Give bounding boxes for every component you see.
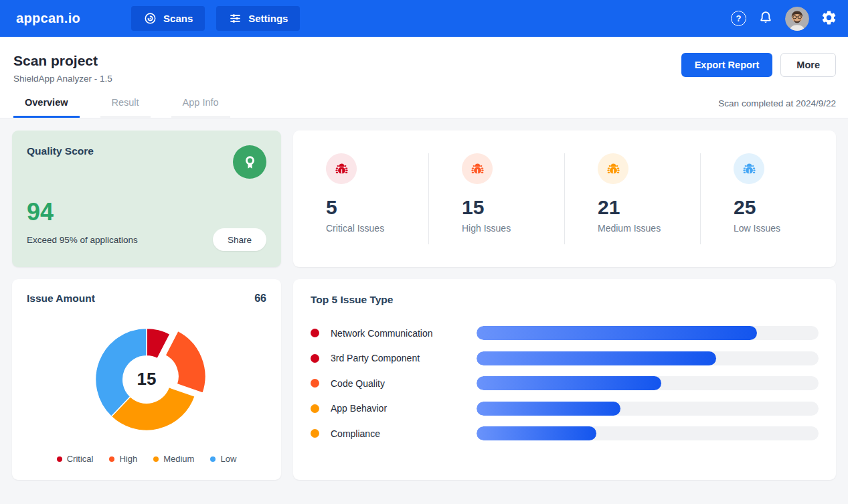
user-avatar[interactable] [785,7,809,31]
type-label: Compliance [331,428,477,439]
tab-overview[interactable]: Overview [13,93,80,118]
page-header: Scan project ShieldApp Analyzer - 1.5 Ex… [0,37,848,84]
type-dot [311,404,319,413]
quality-bottom-row: Exceed 95% of applications Share [27,228,266,251]
type-label: Code Quality [331,378,477,389]
bar-track [477,402,819,416]
legend-dot-low [210,456,216,462]
bar-track [477,326,819,340]
type-dot [311,329,319,337]
bug-icon-critical [326,153,357,184]
topbar: appcan.io Scans [0,0,848,37]
legend-item-medium[interactable]: Medium [153,454,194,464]
stat-high-issues: 15 High Issues [428,153,564,244]
donut-center-value: 15 [137,369,157,390]
issue-amount-title: Issue Amount [27,292,95,305]
bar-fill [477,376,661,390]
gear-icon [821,9,837,28]
settings-gear-button[interactable] [821,9,837,28]
critical-issues-label: Critical Issues [326,223,428,234]
legend-item-high[interactable]: High [109,454,137,464]
legend-label-low: Low [220,454,236,464]
scan-completed-status: Scan completed at 2024/9/22 [718,98,836,118]
issue-amount-total: 66 [254,292,266,305]
legend-label-high: High [119,454,137,464]
dashboard-content: Quality Score 94 Exceed 95% of applicati… [0,118,848,492]
quality-score-description: Exceed 95% of applications [27,235,138,245]
stat-critical-issues: 5 Critical Issues [293,153,428,244]
share-button[interactable]: Share [213,228,266,251]
legend-item-low[interactable]: Low [210,454,236,464]
high-issues-count: 15 [462,195,564,220]
low-issues-label: Low Issues [734,223,836,234]
bell-icon [758,9,774,27]
page-title-block: Scan project ShieldApp Analyzer - 1.5 [13,53,112,84]
export-report-button[interactable]: Export Report [681,53,773,77]
issue-stats-card: 5 Critical Issues 15 High Issues [293,131,836,267]
type-label: Network Communication [331,328,477,339]
donut-legend: Critical High Medium Low [27,454,266,468]
sliders-icon [228,11,242,25]
legend-dot-critical [57,456,62,462]
page-title: Scan project [13,53,112,69]
issue-type-row-app-behavior: App Behavior [311,402,819,416]
nav-scans-button[interactable]: Scans [131,6,205,31]
donut-chart: 15 [27,305,266,454]
tab-app-info[interactable]: App Info [171,93,230,118]
nav-settings-label: Settings [248,13,288,24]
quality-score-title: Quality Score [27,145,266,157]
bar-fill [477,426,596,440]
legend-dot-medium [153,456,159,462]
type-label: App Behavior [331,403,477,414]
top-issue-type-card: Top 5 Issue Type Network Communication 3… [293,279,836,480]
medium-issues-label: Medium Issues [598,223,700,234]
high-issues-label: High Issues [462,223,564,234]
nav-settings-button[interactable]: Settings [216,6,300,31]
type-dot [311,379,319,388]
scan-icon [143,11,157,25]
issue-type-list: Network Communication 3rd Party Componen… [311,326,819,440]
tab-result[interactable]: Result [100,93,151,118]
issue-type-row-3rd-party-component: 3rd Party Component [311,351,819,365]
issue-type-row-network-communication: Network Communication [311,326,819,340]
type-dot [311,354,319,363]
medium-issues-count: 21 [598,195,700,220]
bar-track [477,351,819,365]
notifications-button[interactable] [758,9,774,27]
issue-amount-header: Issue Amount 66 [27,292,266,305]
tab-strip: Overview Result App Info Scan completed … [0,84,848,118]
avatar-photo [785,7,809,31]
stat-medium-issues: 21 Medium Issues [564,153,700,244]
legend-dot-high [109,456,114,462]
critical-issues-count: 5 [326,195,428,220]
help-icon: ? [731,11,746,26]
top-issue-type-title: Top 5 Issue Type [311,294,819,306]
type-label: 3rd Party Component [331,353,477,363]
header-actions: Export Report More [681,53,836,77]
page-subtitle: ShieldApp Analyzer - 1.5 [13,74,112,84]
type-dot [311,429,319,438]
issue-amount-card: Issue Amount 66 15 Critical High Medium … [12,279,281,480]
app-logo[interactable]: appcan.io [16,11,80,26]
bug-icon-high [462,153,493,184]
bug-icon-medium [598,153,628,184]
issue-type-row-code-quality: Code Quality [311,376,819,390]
topbar-right: ? [731,7,837,31]
bug-icon-low [734,153,764,184]
quality-score-card: Quality Score 94 Exceed 95% of applicati… [12,131,281,267]
top-navigation: Scans Settings [131,6,300,31]
legend-item-critical[interactable]: Critical [57,454,94,464]
bar-fill [477,402,620,416]
issue-type-row-compliance: Compliance [311,426,819,440]
nav-scans-label: Scans [163,13,193,24]
quality-score-value: 94 [27,199,266,226]
legend-label-medium: Medium [163,454,194,464]
more-button[interactable]: More [780,53,836,77]
bar-fill [477,351,716,365]
low-issues-count: 25 [734,195,836,220]
medal-icon [233,145,266,179]
help-button[interactable]: ? [731,11,746,26]
legend-label-critical: Critical [67,454,94,464]
donut-slice-high[interactable] [165,331,205,393]
bar-track [477,426,819,440]
